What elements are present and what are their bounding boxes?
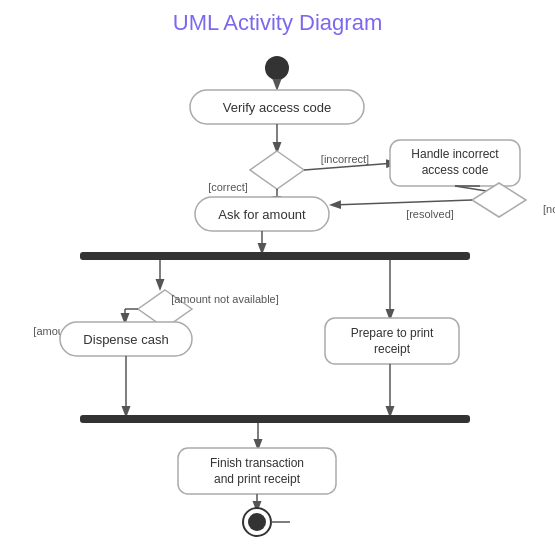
dispense-label: Dispense cash	[83, 332, 168, 347]
finish-label2: and print receipt	[214, 472, 301, 486]
handle-label2: access code	[422, 163, 489, 177]
label-resolved: [resolved]	[406, 208, 454, 220]
label-correct: [correct]	[208, 181, 248, 193]
label-not-avail: [amount not available]	[171, 293, 279, 305]
verify-label: Verify access code	[223, 100, 331, 115]
label-not-resolved: [not resolved]	[543, 203, 555, 215]
diagram-container: UML Activity Diagram Verify access code …	[0, 0, 555, 545]
decision1-node	[250, 151, 304, 189]
prepare-label1: Prepare to print	[351, 326, 434, 340]
ask-amount-label: Ask for amount	[218, 207, 306, 222]
end-node-fill	[248, 513, 266, 531]
prepare-node	[325, 318, 459, 364]
finish-label1: Finish transaction	[210, 456, 304, 470]
finish-node	[178, 448, 336, 494]
handle-label1: Handle incorrect	[411, 147, 499, 161]
uml-diagram: Verify access code [correct] [incorrect]…	[0, 0, 555, 545]
label-incorrect: [incorrect]	[321, 153, 369, 165]
join1-bar	[80, 415, 470, 423]
arrow-resolved-ask	[332, 200, 472, 205]
start-node	[265, 56, 289, 80]
prepare-label2: receipt	[374, 342, 411, 356]
fork1-bar	[80, 252, 470, 260]
decision3-node	[472, 183, 526, 217]
